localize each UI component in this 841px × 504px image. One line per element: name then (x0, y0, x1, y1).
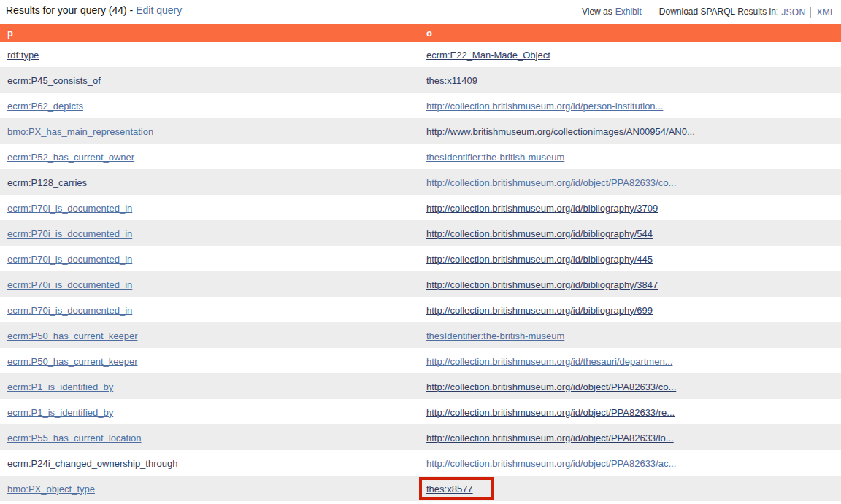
object-cell: thesIdentifier:the-british-museum (419, 150, 841, 163)
top-right-links: View asExhibitDownload SPARQL Results in… (582, 4, 835, 18)
object-link[interactable]: http://collection.britishmuseum.org/id/o… (426, 407, 675, 418)
object-cell: ecrm:E22_Man-Made_Object (419, 48, 841, 61)
predicate-cell: ecrm:P70i_is_documented_in (0, 227, 419, 240)
predicate-link[interactable]: ecrm:P1_is_identified_by (7, 407, 113, 418)
column-header-o: o (419, 24, 841, 42)
object-link-wrapper: http://collection.britishmuseum.org/id/b… (426, 278, 658, 290)
predicate-link[interactable]: rdf:type (7, 50, 39, 61)
object-cell: http://collection.britishmuseum.org/id/b… (419, 303, 841, 317)
predicate-link[interactable]: ecrm:P50_has_current_keeper (7, 330, 138, 341)
predicate-link[interactable]: ecrm:P70i_is_documented_in (7, 279, 132, 290)
xml-download-link[interactable]: XML (816, 7, 835, 18)
table-row: ecrm:P70i_is_documented_in http://collec… (0, 220, 841, 246)
table-row: ecrm:P62_depicts http://collection.briti… (0, 93, 841, 118)
object-link[interactable]: ecrm:E22_Man-Made_Object (426, 50, 550, 61)
table-row: ecrm:P128_carries http://collection.brit… (0, 169, 841, 195)
table-row: ecrm:P50_has_current_keeper http://colle… (0, 348, 841, 373)
exhibit-link[interactable]: Exhibit (615, 7, 642, 17)
object-link[interactable]: http://www.britishmuseum.org/collectioni… (426, 126, 695, 137)
view-as-label: View as (582, 7, 612, 17)
object-link-wrapper: http://collection.britishmuseum.org/id/o… (426, 457, 676, 469)
object-link[interactable]: http://collection.britishmuseum.org/id/o… (426, 177, 676, 188)
table-row: ecrm:P1_is_identified_by http://collecti… (0, 373, 841, 399)
predicate-link[interactable]: ecrm:P70i_is_documented_in (7, 305, 132, 316)
predicate-link[interactable]: ecrm:P70i_is_documented_in (7, 228, 132, 239)
predicate-link[interactable]: ecrm:P55_has_current_location (7, 433, 142, 443)
predicate-cell: bmo:PX_object_type (0, 482, 419, 495)
object-link[interactable]: http://collection.britishmuseum.org/id/b… (426, 203, 658, 214)
table-row: ecrm:P70i_is_documented_in http://collec… (0, 271, 841, 297)
edit-query-link[interactable]: Edit query (136, 4, 182, 16)
object-link[interactable]: thesIdentifier:the-british-museum (426, 330, 564, 341)
download-label: Download SPARQL Results in: (659, 7, 778, 17)
predicate-link[interactable]: ecrm:P52_has_current_owner (7, 152, 134, 163)
object-link[interactable]: http://collection.britishmuseum.org/id/p… (426, 101, 663, 112)
object-link[interactable]: thes:x8577 (426, 484, 473, 495)
divider (810, 7, 811, 18)
title-separator: - (127, 4, 136, 16)
table-row: ecrm:P24i_changed_ownership_through http… (0, 450, 841, 476)
predicate-link[interactable]: ecrm:P128_carries (7, 177, 87, 188)
object-link[interactable]: thes:x11409 (426, 75, 477, 86)
top-bar: Results for your query (44) - Edit query… (0, 0, 841, 24)
predicate-link[interactable]: bmo:PX_has_main_representation (7, 126, 153, 137)
object-link[interactable]: thesIdentifier:the-british-museum (426, 152, 564, 163)
object-cell: http://collection.britishmuseum.org/id/t… (419, 354, 841, 368)
object-link[interactable]: http://collection.britishmuseum.org/id/o… (426, 433, 674, 443)
predicate-cell: ecrm:P52_has_current_owner (0, 150, 419, 163)
predicate-link[interactable]: ecrm:P70i_is_documented_in (7, 254, 132, 265)
object-cell: thes:x8577 (419, 477, 841, 500)
object-link-wrapper: http://collection.britishmuseum.org/id/o… (426, 431, 674, 443)
object-cell: http://collection.britishmuseum.org/id/b… (419, 252, 841, 265)
table-row: ecrm:P70i_is_documented_in http://collec… (0, 246, 841, 271)
object-link-wrapper: http://collection.britishmuseum.org/id/o… (426, 176, 676, 188)
table-body: rdf:type ecrm:E22_Man-Made_Object ecrm:P… (0, 42, 841, 501)
predicate-link[interactable]: ecrm:P1_is_identified_by (7, 381, 113, 392)
object-link-wrapper: http://collection.britishmuseum.org/id/b… (426, 201, 658, 214)
object-link[interactable]: http://collection.britishmuseum.org/id/o… (426, 458, 676, 469)
object-link[interactable]: http://collection.britishmuseum.org/id/b… (426, 228, 653, 239)
object-link-wrapper: ecrm:E22_Man-Made_Object (426, 48, 550, 61)
object-link[interactable]: http://collection.britishmuseum.org/id/b… (426, 279, 658, 290)
object-link[interactable]: http://collection.britishmuseum.org/id/o… (426, 381, 676, 392)
predicate-link[interactable]: ecrm:P62_depicts (7, 101, 83, 112)
predicate-link[interactable]: ecrm:P24i_changed_ownership_through (7, 458, 177, 469)
table-row: ecrm:P55_has_current_location http://col… (0, 424, 841, 450)
predicate-cell: ecrm:P62_depicts (0, 99, 419, 112)
object-cell: thesIdentifier:the-british-museum (419, 329, 841, 342)
object-cell: http://collection.britishmuseum.org/id/o… (419, 406, 841, 419)
page-title-area: Results for your query (44) - Edit query (6, 4, 182, 17)
highlight-box: thes:x8577 (419, 477, 494, 500)
object-cell: http://collection.britishmuseum.org/id/o… (419, 457, 841, 470)
predicate-cell: bmo:PX_has_main_representation (0, 125, 419, 138)
object-link-wrapper: http://collection.britishmuseum.org/id/p… (426, 99, 663, 112)
object-link-wrapper: thes:x11409 (426, 74, 477, 86)
predicate-link[interactable]: bmo:PX_object_type (7, 484, 95, 495)
predicate-cell: ecrm:P1_is_identified_by (0, 406, 419, 419)
json-download-link[interactable]: JSON (781, 7, 805, 18)
object-link-wrapper: http://collection.britishmuseum.org/id/b… (426, 303, 653, 316)
object-link-wrapper: http://collection.britishmuseum.org/id/b… (426, 252, 653, 265)
predicate-cell: rdf:type (0, 48, 419, 61)
predicate-cell: ecrm:P70i_is_documented_in (0, 252, 419, 265)
results-table: p o rdf:type ecrm:E22_Man-Made_Object ec… (0, 24, 841, 501)
object-link[interactable]: http://collection.britishmuseum.org/id/b… (426, 254, 653, 265)
object-cell: http://collection.britishmuseum.org/id/b… (419, 201, 841, 214)
predicate-link[interactable]: ecrm:P70i_is_documented_in (7, 203, 132, 214)
object-cell: http://collection.britishmuseum.org/id/o… (419, 380, 841, 393)
object-link[interactable]: http://collection.britishmuseum.org/id/b… (426, 305, 653, 316)
predicate-link[interactable]: ecrm:P45_consists_of (7, 75, 101, 86)
object-cell: http://collection.britishmuseum.org/id/p… (419, 99, 841, 112)
object-link-wrapper: http://collection.britishmuseum.org/id/o… (426, 406, 675, 418)
table-row: ecrm:P1_is_identified_by http://collecti… (0, 399, 841, 424)
table-row: ecrm:P50_has_current_keeper thesIdentifi… (0, 322, 841, 348)
predicate-link[interactable]: ecrm:P50_has_current_keeper (7, 356, 138, 367)
table-row: bmo:PX_has_main_representation http://ww… (0, 118, 841, 144)
predicate-cell: ecrm:P70i_is_documented_in (0, 303, 419, 317)
object-link[interactable]: http://collection.britishmuseum.org/id/t… (426, 356, 672, 367)
column-header-p: p (0, 24, 419, 42)
table-row: ecrm:P70i_is_documented_in http://collec… (0, 297, 841, 322)
table-row: bmo:PX_object_type thes:x8577 (0, 476, 841, 501)
predicate-cell: ecrm:P50_has_current_keeper (0, 329, 419, 342)
page-title: Results for your query (44) (6, 4, 127, 16)
